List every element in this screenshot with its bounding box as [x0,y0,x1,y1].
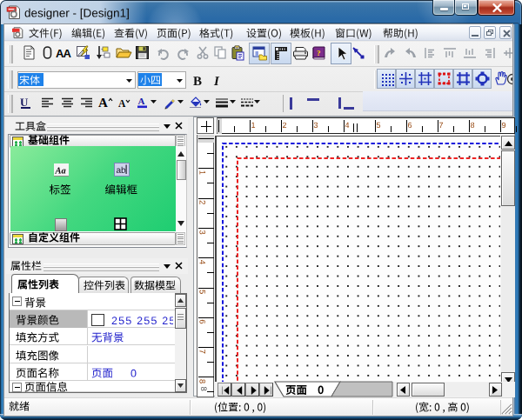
svg-text:A: A [64,47,72,60]
svg-text:?: ? [317,49,321,57]
svg-text:A: A [118,98,126,109]
svg-text:A: A [98,96,108,110]
svg-text:A: A [138,96,145,106]
